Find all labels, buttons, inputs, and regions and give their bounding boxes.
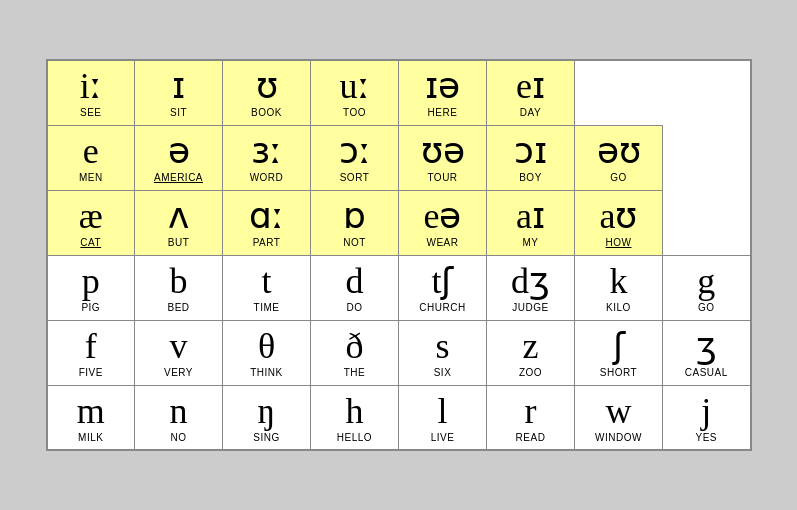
ipa-cell: əʊGO bbox=[575, 125, 663, 190]
ipa-word: CASUAL bbox=[667, 367, 746, 378]
ipa-symbol: ɪə bbox=[403, 67, 482, 107]
ipa-cell: ʌBUT bbox=[135, 190, 223, 255]
ipa-word: NOT bbox=[315, 237, 394, 248]
ipa-cell: əAMERICA bbox=[135, 125, 223, 190]
ipa-word: BOY bbox=[491, 172, 570, 183]
ipa-cell: ʒCASUAL bbox=[663, 320, 751, 385]
ipa-symbol: θ bbox=[227, 327, 306, 367]
ipa-symbol: g bbox=[667, 262, 746, 302]
ipa-word: TOO bbox=[315, 107, 394, 118]
ipa-symbol: z bbox=[491, 327, 570, 367]
ipa-cell: rREAD bbox=[487, 385, 575, 450]
ipa-word: GO bbox=[579, 172, 658, 183]
ipa-cell: θTHINK bbox=[223, 320, 311, 385]
ipa-word: BUT bbox=[139, 237, 218, 248]
ipa-symbol: f bbox=[52, 327, 131, 367]
ipa-word: JUDGE bbox=[491, 302, 570, 313]
ipa-word: WEAR bbox=[403, 237, 482, 248]
ipa-word: CAT bbox=[52, 237, 131, 248]
ipa-cell: ðTHE bbox=[311, 320, 399, 385]
ipa-symbol: aɪ bbox=[491, 197, 570, 237]
ipa-cell: ɜːWORD bbox=[223, 125, 311, 190]
ipa-symbol: j bbox=[667, 392, 746, 432]
ipa-symbol: aʊ bbox=[579, 197, 658, 237]
ipa-word: NO bbox=[139, 432, 218, 443]
ipa-word: SING bbox=[227, 432, 306, 443]
ipa-word: SORT bbox=[315, 172, 394, 183]
ipa-cell: kKILO bbox=[575, 255, 663, 320]
ipa-symbol: tʃ bbox=[403, 262, 482, 302]
ipa-cell: tTIME bbox=[223, 255, 311, 320]
ipa-symbol: eɪ bbox=[491, 67, 570, 107]
ipa-word: DO bbox=[315, 302, 394, 313]
ipa-word: ZOO bbox=[491, 367, 570, 378]
ipa-word: AMERICA bbox=[139, 172, 218, 183]
ipa-symbol: e bbox=[52, 132, 131, 172]
ipa-cell: ɑːPART bbox=[223, 190, 311, 255]
ipa-symbol: ɑː bbox=[227, 197, 306, 237]
ipa-word: PART bbox=[227, 237, 306, 248]
ipa-cell: iːSEE bbox=[47, 60, 135, 125]
ipa-cell: æCAT bbox=[47, 190, 135, 255]
ipa-symbol: b bbox=[139, 262, 218, 302]
ipa-symbol: æ bbox=[52, 197, 131, 237]
ipa-cell: ʊBOOK bbox=[223, 60, 311, 125]
ipa-cell: sSIX bbox=[399, 320, 487, 385]
ipa-cell: ɪSIT bbox=[135, 60, 223, 125]
ipa-symbol: n bbox=[139, 392, 218, 432]
ipa-symbol: ʌ bbox=[139, 197, 218, 237]
ipa-word: TOUR bbox=[403, 172, 482, 183]
ipa-word: HOW bbox=[579, 237, 658, 248]
ipa-word: BOOK bbox=[227, 107, 306, 118]
ipa-cell: eɪDAY bbox=[487, 60, 575, 125]
ipa-symbol: ə bbox=[139, 132, 218, 172]
ipa-chart: iːSEEɪSITʊBOOKuːTOOɪəHEREeɪDAYeMENəAMERI… bbox=[46, 59, 752, 451]
ipa-symbol: k bbox=[579, 262, 658, 302]
ipa-symbol: iː bbox=[52, 67, 131, 107]
ipa-cell: ʊəTOUR bbox=[399, 125, 487, 190]
ipa-cell: ɔɪBOY bbox=[487, 125, 575, 190]
ipa-symbol: ɒ bbox=[315, 197, 394, 237]
ipa-symbol: l bbox=[403, 392, 482, 432]
ipa-word: THE bbox=[315, 367, 394, 378]
ipa-word: MEN bbox=[52, 172, 131, 183]
ipa-word: CHURCH bbox=[403, 302, 482, 313]
ipa-word: SIT bbox=[139, 107, 218, 118]
ipa-word: TIME bbox=[227, 302, 306, 313]
ipa-symbol: ɔː bbox=[315, 132, 394, 172]
ipa-cell: ŋSING bbox=[223, 385, 311, 450]
ipa-word: WORD bbox=[227, 172, 306, 183]
ipa-word: SHORT bbox=[579, 367, 658, 378]
ipa-symbol: ʊə bbox=[403, 132, 482, 172]
ipa-word: HELLO bbox=[315, 432, 394, 443]
ipa-symbol: w bbox=[579, 392, 658, 432]
ipa-cell: dʒJUDGE bbox=[487, 255, 575, 320]
ipa-symbol: s bbox=[403, 327, 482, 367]
ipa-symbol: uː bbox=[315, 67, 394, 107]
ipa-symbol: r bbox=[491, 392, 570, 432]
ipa-cell: mMILK bbox=[47, 385, 135, 450]
ipa-word: YES bbox=[667, 432, 746, 443]
ipa-cell: lLIVE bbox=[399, 385, 487, 450]
ipa-cell: pPIG bbox=[47, 255, 135, 320]
ipa-word: DAY bbox=[491, 107, 570, 118]
ipa-cell: gGO bbox=[663, 255, 751, 320]
ipa-word: LIVE bbox=[403, 432, 482, 443]
ipa-word: MY bbox=[491, 237, 570, 248]
ipa-cell: vVERY bbox=[135, 320, 223, 385]
ipa-cell: ɒNOT bbox=[311, 190, 399, 255]
ipa-symbol: ð bbox=[315, 327, 394, 367]
ipa-cell: aɪMY bbox=[487, 190, 575, 255]
ipa-symbol: dʒ bbox=[491, 262, 570, 302]
ipa-word: SIX bbox=[403, 367, 482, 378]
ipa-symbol: m bbox=[52, 392, 131, 432]
ipa-symbol: p bbox=[52, 262, 131, 302]
ipa-word: KILO bbox=[579, 302, 658, 313]
ipa-cell: dDO bbox=[311, 255, 399, 320]
ipa-word: GO bbox=[667, 302, 746, 313]
ipa-cell: eəWEAR bbox=[399, 190, 487, 255]
ipa-cell: ɪəHERE bbox=[399, 60, 487, 125]
ipa-cell: uːTOO bbox=[311, 60, 399, 125]
ipa-word: FIVE bbox=[52, 367, 131, 378]
ipa-symbol: t bbox=[227, 262, 306, 302]
